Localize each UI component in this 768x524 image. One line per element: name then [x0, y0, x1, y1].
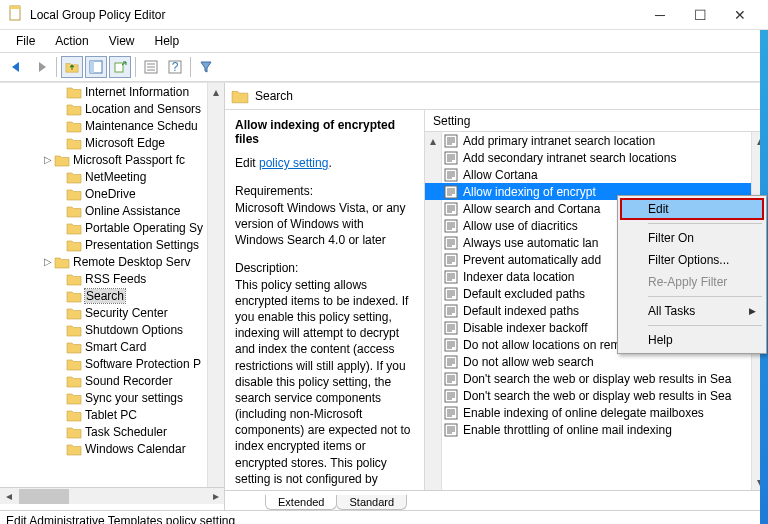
menu-item-label: All Tasks [648, 304, 695, 318]
setting-row[interactable]: Allow Cortana [425, 166, 768, 183]
tree-pane: Internet Information Location and Sensor… [0, 83, 225, 510]
scroll-thumb[interactable] [19, 489, 69, 504]
policy-icon [443, 270, 459, 284]
filter-button[interactable] [195, 56, 217, 78]
setting-row[interactable]: Don't search the web or display web resu… [425, 387, 768, 404]
folder-icon [66, 136, 82, 150]
tree-item[interactable]: Smart Card [0, 338, 224, 355]
scroll-left-icon[interactable]: ◂ [0, 488, 17, 505]
close-button[interactable]: ✕ [720, 0, 760, 30]
tree-item[interactable]: Maintenance Schedu [0, 117, 224, 134]
forward-button[interactable] [30, 56, 52, 78]
up-button[interactable] [61, 56, 83, 78]
tree-item-label: Presentation Settings [85, 238, 199, 252]
context-menu-item[interactable]: Help [620, 329, 764, 351]
setting-row[interactable]: Don't search the web or display web resu… [425, 370, 768, 387]
folder-icon [66, 119, 82, 133]
svg-rect-9 [115, 63, 123, 72]
setting-label: Always use automatic lan [463, 236, 598, 250]
tree-item[interactable]: RSS Feeds [0, 270, 224, 287]
policy-icon [443, 219, 459, 233]
expand-icon[interactable]: ▷ [42, 154, 54, 165]
export-button[interactable] [109, 56, 131, 78]
tree-item[interactable]: Portable Operating Sy [0, 219, 224, 236]
setting-row[interactable]: Enable throttling of online mail indexin… [425, 421, 768, 438]
tree-item[interactable]: Online Assistance [0, 202, 224, 219]
tree-hscrollbar[interactable]: ◂ ▸ [0, 487, 224, 504]
context-menu-item[interactable]: Edit [620, 198, 764, 220]
folder-icon [66, 323, 82, 337]
folder-icon [66, 408, 82, 422]
policy-icon [443, 253, 459, 267]
policy-icon [443, 406, 459, 420]
edit-policy-link[interactable]: policy setting [259, 156, 328, 170]
folder-icon [54, 153, 70, 167]
bottom-tabs: Extended Standard [225, 490, 768, 510]
refresh-button[interactable] [140, 56, 162, 78]
show-tree-button[interactable] [85, 56, 107, 78]
menu-file[interactable]: File [6, 32, 45, 50]
back-button[interactable] [6, 56, 28, 78]
tree-item[interactable]: Software Protection P [0, 355, 224, 372]
tree-item[interactable]: Presentation Settings [0, 236, 224, 253]
context-menu[interactable]: EditFilter OnFilter Options...Re-Apply F… [617, 195, 767, 354]
folder-icon [66, 170, 82, 184]
policy-icon [443, 185, 459, 199]
tree-item[interactable]: Microsoft Edge [0, 134, 224, 151]
context-menu-item[interactable]: Filter On [620, 227, 764, 249]
menu-view[interactable]: View [99, 32, 145, 50]
context-menu-item: Re-Apply Filter [620, 271, 764, 293]
setting-label: Allow Cortana [463, 168, 538, 182]
policy-icon [443, 423, 459, 437]
tree-item[interactable]: Shutdown Options [0, 321, 224, 338]
folder-icon [66, 238, 82, 252]
tree-vscrollbar[interactable]: ▴ [207, 83, 224, 487]
help-button[interactable]: ? [164, 56, 186, 78]
submenu-arrow-icon: ▶ [749, 306, 756, 316]
tree-item[interactable]: NetMeeting [0, 168, 224, 185]
app-icon [8, 5, 24, 25]
tree-item-label: Remote Desktop Serv [73, 255, 190, 269]
settings-header[interactable]: Setting [425, 110, 768, 132]
tree-view[interactable]: Internet Information Location and Sensor… [0, 83, 224, 487]
tree-item[interactable]: Tablet PC [0, 406, 224, 423]
tree-item-label: Portable Operating Sy [85, 221, 203, 235]
setting-row[interactable]: Add secondary intranet search locations [425, 149, 768, 166]
setting-label: Enable throttling of online mail indexin… [463, 423, 672, 437]
folder-icon [66, 289, 82, 303]
setting-label: Prevent automatically add [463, 253, 601, 267]
setting-row[interactable]: Do not allow web search [425, 353, 768, 370]
scroll-right-icon[interactable]: ▸ [207, 488, 224, 505]
setting-label: Default indexed paths [463, 304, 579, 318]
menu-help[interactable]: Help [145, 32, 190, 50]
tree-item[interactable]: Internet Information [0, 83, 224, 100]
tree-item[interactable]: OneDrive [0, 185, 224, 202]
tree-item[interactable]: ▷Remote Desktop Serv [0, 253, 224, 270]
tree-item-label: Microsoft Passport fc [73, 153, 185, 167]
setting-row[interactable]: Enable indexing of online delegate mailb… [425, 404, 768, 421]
tree-item-label: Online Assistance [85, 204, 180, 218]
menu-item-label: Filter Options... [648, 253, 729, 267]
context-menu-item[interactable]: All Tasks▶ [620, 300, 764, 322]
policy-icon [443, 236, 459, 250]
expand-icon[interactable]: ▷ [42, 256, 54, 267]
tree-item[interactable]: Search [0, 287, 224, 304]
tree-item[interactable]: Task Scheduler [0, 423, 224, 440]
tree-item-label: Software Protection P [85, 357, 201, 371]
tree-item[interactable]: ▷Microsoft Passport fc [0, 151, 224, 168]
tree-item[interactable]: Sync your settings [0, 389, 224, 406]
tree-item[interactable]: Location and Sensors [0, 100, 224, 117]
maximize-button[interactable]: ☐ [680, 0, 720, 30]
setting-row[interactable]: Add primary intranet search location [425, 132, 768, 149]
tree-item[interactable]: Windows Calendar [0, 440, 224, 457]
menu-item-label: Re-Apply Filter [648, 275, 727, 289]
context-menu-item[interactable]: Filter Options... [620, 249, 764, 271]
minimize-button[interactable]: ─ [640, 0, 680, 30]
tree-item[interactable]: Sound Recorder [0, 372, 224, 389]
folder-icon [66, 306, 82, 320]
policy-title: Allow indexing of encrypted files [235, 118, 414, 146]
tab-extended[interactable]: Extended [265, 495, 337, 510]
tab-standard[interactable]: Standard [336, 495, 407, 510]
menu-action[interactable]: Action [45, 32, 98, 50]
tree-item[interactable]: Security Center [0, 304, 224, 321]
